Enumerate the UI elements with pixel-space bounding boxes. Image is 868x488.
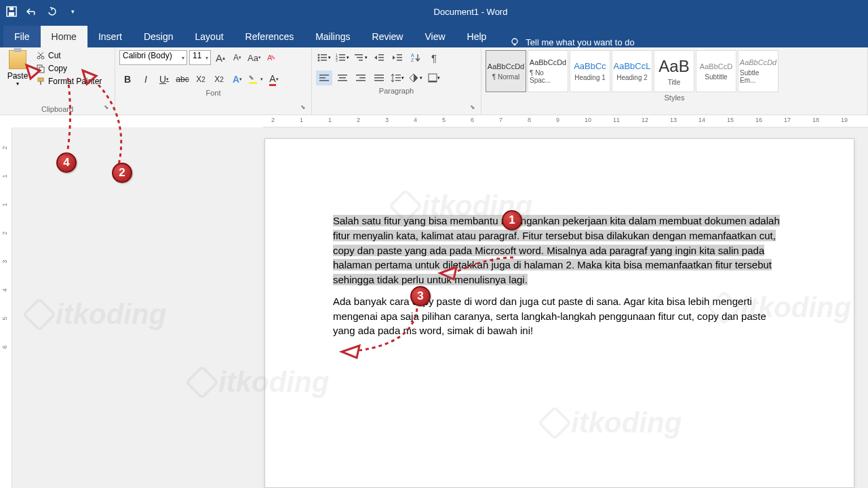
qat-more-icon[interactable]: ▾ xyxy=(66,5,79,18)
svg-rect-20 xyxy=(339,54,345,56)
paragraph-launcher-icon[interactable]: ⬊ xyxy=(470,104,478,112)
svg-text:3: 3 xyxy=(336,58,338,62)
paragraph-1-text: Salah satu fitur yang bisa membantu meri… xyxy=(333,215,780,285)
cut-button[interactable]: Cut xyxy=(34,50,104,61)
increase-indent-button[interactable] xyxy=(389,50,406,65)
svg-rect-50 xyxy=(395,80,401,81)
svg-rect-38 xyxy=(319,80,329,81)
clear-format-button[interactable]: A xyxy=(264,50,279,65)
line-spacing-button[interactable]: ▾ xyxy=(389,70,406,85)
ruler-horizontal[interactable]: 2112345678910111213141516171819 xyxy=(263,115,868,127)
change-case-button[interactable]: Aa▾ xyxy=(247,50,262,65)
svg-rect-52 xyxy=(429,81,437,82)
svg-rect-18 xyxy=(321,60,327,61)
svg-rect-44 xyxy=(356,80,366,81)
svg-rect-45 xyxy=(374,75,384,76)
tab-mailings[interactable]: Mailings xyxy=(304,26,361,47)
chevron-down-icon: ▾ xyxy=(205,55,208,61)
annotation-arrow-icon xyxy=(339,343,362,361)
svg-rect-42 xyxy=(356,75,366,76)
paragraph-1[interactable]: Salah satu fitur yang bisa membantu meri… xyxy=(333,214,786,287)
bulb-icon xyxy=(509,37,520,47)
redo-icon[interactable] xyxy=(46,5,58,18)
italic-button[interactable]: I xyxy=(138,71,154,87)
annotation-arrow-icon xyxy=(24,62,43,81)
undo-icon[interactable] xyxy=(26,5,38,18)
decrease-indent-button[interactable] xyxy=(371,50,387,65)
align-right-button[interactable] xyxy=(353,70,369,85)
styles-gallery[interactable]: AaBbCcDd¶ NormalAaBbCcDd¶ No Spac...AaBb… xyxy=(486,50,863,92)
tab-review[interactable]: Review xyxy=(361,26,414,47)
tell-me[interactable]: Tell me what you want to do xyxy=(509,37,634,47)
page[interactable]: Salah satu fitur yang bisa membantu meri… xyxy=(264,138,854,488)
subscript-button[interactable]: X2 xyxy=(193,71,209,87)
numbering-button[interactable]: 123▾ xyxy=(334,50,351,65)
style-tile[interactable]: AaBbCcLHeading 2 xyxy=(612,50,652,92)
tab-layout[interactable]: Layout xyxy=(184,26,235,47)
grow-font-button[interactable]: A▴ xyxy=(213,50,228,65)
sort-button[interactable]: AZ xyxy=(408,50,424,65)
svg-rect-36 xyxy=(319,75,329,76)
tab-design[interactable]: Design xyxy=(133,26,184,47)
scissors-icon xyxy=(36,51,45,60)
font-name-select[interactable]: Calibri (Body)▾ xyxy=(119,50,187,65)
svg-rect-16 xyxy=(321,57,327,58)
group-styles: AaBbCcDd¶ NormalAaBbCcDd¶ No Spac...AaBb… xyxy=(481,47,868,115)
font-size-select[interactable]: 11▾ xyxy=(189,50,211,65)
chevron-down-icon: ▾ xyxy=(182,55,184,61)
svg-rect-2 xyxy=(9,7,14,10)
tab-home[interactable]: Home xyxy=(41,26,87,47)
bullets-button[interactable]: ▾ xyxy=(316,50,332,65)
save-icon[interactable] xyxy=(5,5,18,18)
tab-view[interactable]: View xyxy=(414,26,456,47)
annotation-badge-1: 1 xyxy=(502,210,522,230)
styles-group-label: Styles xyxy=(486,92,863,103)
paragraph-group-label: Paragraph xyxy=(316,85,477,96)
svg-rect-30 xyxy=(378,60,384,61)
svg-rect-49 xyxy=(395,77,401,78)
style-tile[interactable]: AaBbCcHeading 1 xyxy=(570,50,610,92)
svg-rect-31 xyxy=(397,54,402,56)
font-launcher-icon[interactable]: ⬊ xyxy=(300,104,309,112)
shrink-font-button[interactable]: A▾ xyxy=(230,50,245,65)
svg-rect-1 xyxy=(9,12,14,16)
borders-button[interactable]: ▾ xyxy=(426,70,442,85)
justify-button[interactable] xyxy=(371,70,387,85)
group-paragraph: ▾ 123▾ ▾ AZ ¶ ▾ ▾ ▾ Paragraph ⬊ xyxy=(312,47,481,115)
align-center-button[interactable] xyxy=(334,70,351,85)
svg-rect-48 xyxy=(395,75,401,75)
svg-point-13 xyxy=(318,54,320,56)
font-color-button[interactable]: A▾ xyxy=(266,71,282,87)
text-effects-button[interactable]: A▾ xyxy=(229,71,245,87)
svg-point-17 xyxy=(318,60,320,62)
style-tile[interactable]: AaBTitle xyxy=(654,50,694,92)
underline-button[interactable]: U▾ xyxy=(156,71,172,87)
multilevel-button[interactable]: ▾ xyxy=(353,50,369,65)
svg-rect-22 xyxy=(339,57,345,58)
strike-button[interactable]: abc xyxy=(174,71,191,87)
cut-label: Cut xyxy=(48,51,61,60)
svg-rect-37 xyxy=(319,77,326,79)
svg-rect-10 xyxy=(40,81,41,85)
tell-me-label: Tell me what you want to do xyxy=(526,37,634,47)
style-tile[interactable]: AaBbCcDd¶ Normal xyxy=(486,50,526,92)
highlight-button[interactable]: ▾ xyxy=(248,71,264,87)
align-left-button[interactable] xyxy=(316,70,332,85)
tab-references[interactable]: References xyxy=(235,26,305,47)
style-tile[interactable]: AaBbCcDd¶ No Spac... xyxy=(528,50,568,92)
tab-help[interactable]: Help xyxy=(456,26,498,47)
shading-button[interactable]: ▾ xyxy=(408,70,424,85)
annotation-path xyxy=(359,308,420,356)
show-marks-button[interactable]: ¶ xyxy=(426,50,442,65)
annotation-arrow-icon xyxy=(437,264,459,282)
document-area: 21123456 Salah satu fitur yang bisa memb… xyxy=(0,127,868,488)
tab-insert[interactable]: Insert xyxy=(87,26,133,47)
quick-access-toolbar: ▾ xyxy=(5,5,79,18)
svg-rect-26 xyxy=(357,57,363,58)
style-tile[interactable]: AaBbCcDdSubtle Em... xyxy=(738,50,778,92)
svg-rect-46 xyxy=(374,77,384,79)
tab-file[interactable]: File xyxy=(3,26,41,47)
superscript-button[interactable]: X2 xyxy=(211,71,227,87)
ruler-vertical[interactable]: 21123456 xyxy=(0,127,12,488)
style-tile[interactable]: AaBbCcDSubtitle xyxy=(696,50,736,92)
